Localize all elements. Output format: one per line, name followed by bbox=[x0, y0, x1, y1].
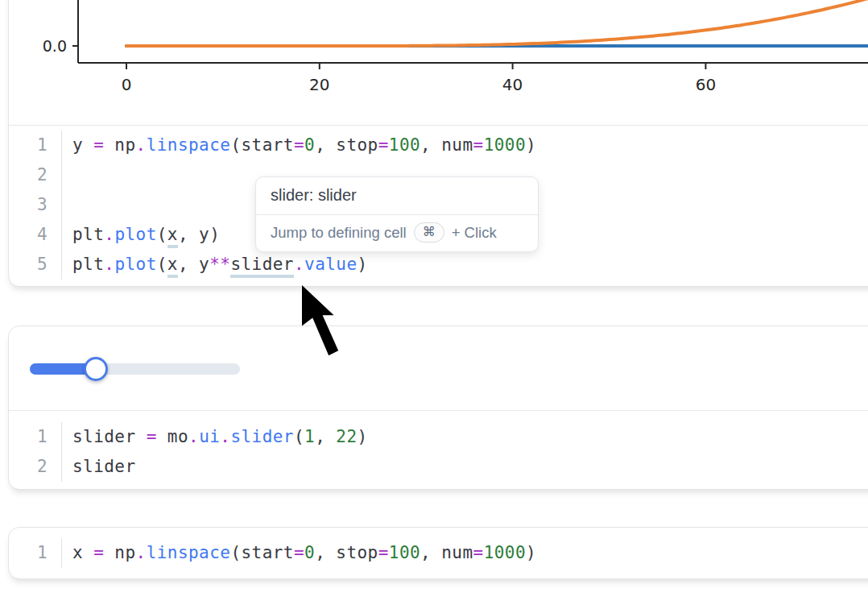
code-token: , num bbox=[420, 135, 473, 155]
code-token: . bbox=[136, 543, 147, 562]
line-number: 3 bbox=[9, 190, 62, 220]
code-editor-slider[interactable]: 1slider = mo.ui.slider(1, 22)2slider bbox=[9, 411, 868, 489]
code-line[interactable]: 1y = np.linspace(start=0, stop=100, num=… bbox=[9, 131, 868, 160]
code-token: = bbox=[378, 543, 389, 562]
code-token: , y) bbox=[178, 225, 220, 244]
plot-cell-output: 0.00204060 bbox=[9, 0, 868, 126]
code-token: (start bbox=[230, 543, 294, 562]
code-token: ( bbox=[157, 255, 167, 274]
code-token: linspace bbox=[147, 543, 231, 562]
code-token: , y bbox=[178, 255, 209, 274]
x-tick-label: 20 bbox=[309, 75, 329, 94]
slider-handle[interactable] bbox=[84, 357, 108, 381]
code-content[interactable] bbox=[62, 160, 72, 190]
code-token: = bbox=[378, 135, 389, 155]
code-token: np bbox=[104, 543, 135, 562]
code-token: plot bbox=[114, 255, 156, 274]
code-token: = bbox=[294, 543, 304, 562]
code-content[interactable]: y = np.linspace(start=0, stop=100, num=1… bbox=[62, 131, 536, 160]
y-tick-label: 0.0 bbox=[43, 37, 67, 55]
code-token: 22 bbox=[336, 427, 357, 446]
code-content[interactable]: slider = mo.ui.slider(1, 22) bbox=[62, 422, 368, 452]
code-token: ) bbox=[358, 255, 368, 274]
code-token: linspace bbox=[147, 135, 231, 155]
x-tick-label: 0 bbox=[122, 75, 132, 94]
code-token: x bbox=[167, 255, 178, 278]
line-number: 1 bbox=[9, 422, 62, 452]
code-content[interactable]: plt.plot(x, y**slider.value) bbox=[62, 250, 368, 280]
x-tick-label: 40 bbox=[502, 75, 523, 94]
code-token: = bbox=[147, 427, 157, 446]
code-token: . bbox=[104, 225, 114, 244]
code-token: , stop bbox=[315, 135, 378, 155]
code-token: 0 bbox=[304, 543, 315, 562]
code-content[interactable]: slider bbox=[62, 452, 136, 482]
code-token: plot bbox=[114, 225, 156, 244]
code-line[interactable]: 5plt.plot(x, y**slider.value) bbox=[9, 250, 868, 280]
code-token: ** bbox=[209, 255, 230, 274]
code-token: , bbox=[315, 427, 336, 446]
code-token: = bbox=[93, 135, 104, 155]
code-token: x bbox=[167, 225, 178, 248]
code-token: ( bbox=[294, 427, 304, 446]
line-number: 2 bbox=[9, 452, 62, 482]
code-token: np bbox=[104, 135, 135, 155]
code-token: 1000 bbox=[484, 543, 526, 562]
cmd-key-badge: ⌘ bbox=[414, 222, 444, 242]
notebook-cell-x: 1x = np.linspace(start=0, stop=100, num=… bbox=[8, 527, 868, 579]
tooltip-action-row: Jump to defining cell ⌘ + Click bbox=[256, 215, 538, 251]
code-token: . bbox=[294, 255, 304, 274]
code-token: = bbox=[93, 543, 104, 562]
code-token: x bbox=[72, 543, 93, 562]
code-token: ui bbox=[199, 427, 220, 446]
line-number: 1 bbox=[9, 538, 62, 568]
code-token: value bbox=[304, 255, 357, 274]
code-line[interactable]: 1slider = mo.ui.slider(1, 22) bbox=[9, 422, 868, 452]
code-token: 1000 bbox=[484, 135, 526, 155]
code-token: . bbox=[136, 135, 147, 155]
code-token: 1 bbox=[304, 427, 315, 446]
code-token: , stop bbox=[315, 543, 378, 562]
code-token: plt bbox=[72, 255, 104, 274]
code-token: slider bbox=[230, 427, 294, 446]
series-line-power bbox=[126, 0, 868, 46]
slider-widget[interactable] bbox=[30, 363, 240, 375]
code-token: slider bbox=[72, 427, 147, 446]
code-token: , num bbox=[420, 543, 473, 562]
code-token: . bbox=[104, 255, 114, 274]
code-token: . bbox=[220, 427, 230, 446]
code-content[interactable] bbox=[62, 190, 72, 220]
code-token: 0 bbox=[304, 135, 315, 155]
code-editor-x[interactable]: 1x = np.linspace(start=0, stop=100, num=… bbox=[9, 528, 868, 578]
hover-tooltip: slider: slider Jump to defining cell ⌘ +… bbox=[255, 176, 539, 252]
code-token: slider bbox=[72, 457, 136, 476]
code-token: mo bbox=[157, 427, 188, 446]
tooltip-title: slider: slider bbox=[256, 177, 538, 215]
code-token: = bbox=[473, 135, 484, 155]
code-token: . bbox=[188, 427, 199, 446]
code-line[interactable]: 2slider bbox=[9, 452, 868, 482]
tooltip-action-label: Jump to defining cell bbox=[271, 224, 407, 242]
notebook-cell-slider: 1slider = mo.ui.slider(1, 22)2slider bbox=[8, 325, 868, 490]
code-token: ) bbox=[526, 543, 536, 562]
tooltip-click-suffix: + Click bbox=[452, 224, 497, 242]
code-token: = bbox=[294, 135, 304, 155]
cursor-arrow-shape bbox=[302, 285, 338, 355]
code-token: ( bbox=[157, 225, 167, 244]
x-tick-label: 60 bbox=[696, 75, 716, 94]
code-content[interactable]: plt.plot(x, y) bbox=[62, 220, 220, 250]
code-token: = bbox=[473, 543, 484, 562]
code-token: 100 bbox=[389, 543, 420, 562]
code-token: plt bbox=[72, 225, 104, 244]
code-token: ) bbox=[358, 427, 368, 446]
mouse-cursor-icon bbox=[302, 285, 339, 356]
line-number: 1 bbox=[9, 131, 62, 160]
code-token: slider bbox=[230, 255, 294, 278]
line-number: 4 bbox=[9, 220, 62, 250]
code-content[interactable]: x = np.linspace(start=0, stop=100, num=1… bbox=[62, 538, 536, 568]
matplotlib-line-chart: 0.00204060 bbox=[9, 0, 868, 125]
line-number: 5 bbox=[9, 250, 62, 280]
code-line[interactable]: 1x = np.linspace(start=0, stop=100, num=… bbox=[9, 538, 868, 568]
code-token: ) bbox=[526, 135, 536, 155]
code-token: (start bbox=[230, 135, 294, 155]
